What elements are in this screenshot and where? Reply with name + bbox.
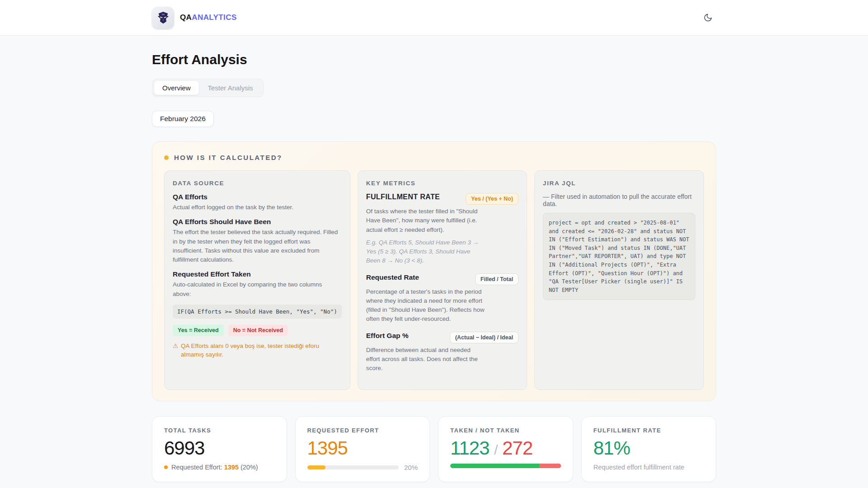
requested-effort-progressbar — [307, 465, 399, 469]
amber-dot-icon — [164, 155, 169, 160]
dark-mode-toggle[interactable] — [700, 9, 716, 26]
autobot-logo-icon — [152, 7, 174, 29]
calc-section-title: HOW IS IT CALCULATED? — [174, 154, 283, 161]
metric-formula-badge: (Actual − Ideal) / Ideal — [450, 332, 519, 343]
tab-overview[interactable]: Overview — [154, 81, 199, 95]
data-source-heading: DATA SOURCE — [173, 180, 342, 187]
key-metrics-panel: KEY METRICS FULFILLMENT RATE Yes / (Yes … — [358, 170, 527, 390]
metric-title: Effort Gap % — [366, 332, 409, 340]
metric-desc: Of tasks where the tester filled in "Sho… — [366, 207, 486, 235]
fulfillment-rate-desc: Requested effort fulfillment rate — [594, 464, 704, 471]
excel-formula-code: IF(QA Efforts >= Should Have Been, "Yes"… — [173, 305, 342, 319]
moon-icon — [703, 13, 712, 22]
warning-icon: ⚠ — [173, 342, 178, 359]
progress-percent-label: 20% — [404, 464, 418, 471]
item-title: QA Efforts Should Have Been — [173, 218, 342, 226]
data-source-item: QA Efforts Actual effort logged on the t… — [173, 193, 342, 212]
stat-label: FULFILLMENT RATE — [594, 427, 704, 434]
stat-label: TOTAL TASKS — [164, 427, 275, 434]
item-title: Requested Effort Taken — [173, 270, 342, 278]
not-taken-bar-segment — [539, 464, 561, 468]
item-desc: Auto-calculated in Excel by comparing th… — [173, 280, 342, 299]
progress-fill — [307, 465, 326, 469]
footer-text: Requested Effort: 1395 (20%) — [171, 464, 258, 471]
total-tasks-value: 6993 — [164, 438, 275, 458]
warning-text: QA Efforts alanı 0 veya boş ise, tester … — [181, 342, 342, 359]
total-tasks-card: TOTAL TASKS 6993 Requested Effort: 1395 … — [152, 416, 287, 482]
brand[interactable]: QAANALYTICS — [152, 7, 237, 29]
metric-formula-badge: Filled / Total — [475, 273, 519, 285]
stats-row: TOTAL TASKS 6993 Requested Effort: 1395 … — [152, 416, 716, 482]
requested-effort-card: REQUESTED EFFORT 1395 20% — [295, 416, 430, 482]
item-title: QA Efforts — [173, 193, 342, 201]
page-title: Effort Analysis — [152, 52, 716, 67]
brand-suffix: ANALYTICS — [192, 13, 236, 22]
no-not-received-badge: No = Not Received — [228, 324, 288, 336]
yes-received-badge: Yes = Received — [173, 324, 224, 336]
item-desc: Actual effort logged on the task by the … — [173, 203, 342, 212]
metric-title: Requested Rate — [366, 273, 419, 282]
item-desc: The effort the tester believed the task … — [173, 228, 342, 264]
data-source-item: Requested Effort Taken Auto-calculated i… — [173, 270, 342, 299]
stat-footer: Requested Effort: 1395 (20%) — [164, 464, 275, 471]
data-source-panel: DATA SOURCE QA Efforts Actual effort log… — [164, 170, 350, 390]
metric-fulfillment-rate: FULFILLMENT RATE Yes / (Yes + No) Of tas… — [366, 193, 519, 266]
jql-note: — Filter used in automation to pull the … — [543, 193, 695, 207]
orange-dot-icon — [164, 465, 168, 469]
metric-effort-gap: Effort Gap % (Actual − Ideal) / Ideal Di… — [366, 332, 519, 373]
metric-example: E.g. QA Efforts 5, Should Have Been 3 → … — [366, 238, 479, 266]
stat-label: REQUESTED EFFORT — [307, 427, 418, 434]
jira-jql-heading: JIRA JQL — [543, 180, 695, 187]
stat-label: TAKEN / NOT TAKEN — [450, 427, 561, 434]
metric-title: FULFILLMENT RATE — [366, 193, 440, 201]
app-header: QAANALYTICS — [0, 0, 868, 36]
fulfillment-rate-card: FULFILLMENT RATE 81% Requested effort fu… — [581, 416, 717, 482]
metric-formula-badge: Yes / (Yes + No) — [466, 193, 519, 205]
brand-title: QAANALYTICS — [180, 13, 237, 22]
taken-not-taken-card: TAKEN / NOT TAKEN 1123 / 272 — [438, 416, 573, 482]
warning-note: ⚠ QA Efforts alanı 0 veya boş ise, teste… — [173, 342, 342, 359]
taken-split-bar — [450, 464, 561, 468]
jira-jql-panel: JIRA JQL — Filter used in automation to … — [534, 170, 704, 390]
data-source-item: QA Efforts Should Have Been The effort t… — [173, 218, 342, 264]
metric-desc: Difference between actual and needed eff… — [366, 346, 486, 373]
how-calculated-card: HOW IS IT CALCULATED? DATA SOURCE QA Eff… — [152, 141, 716, 401]
taken-not-taken-value: 1123 / 272 — [450, 438, 561, 458]
key-metrics-heading: KEY METRICS — [366, 180, 519, 187]
metric-requested-rate: Requested Rate Filled / Total Percentage… — [366, 273, 519, 324]
fulfillment-rate-value: 81% — [594, 438, 704, 458]
jql-code: project = opt and created > "2025-08-01"… — [543, 213, 695, 300]
taken-bar-segment — [450, 464, 539, 468]
requested-effort-value: 1395 — [307, 438, 418, 458]
brand-prefix: QA — [180, 13, 192, 22]
view-tabs: Overview Tester Analysis — [152, 79, 264, 97]
metric-desc: Percentage of a tester's tasks in the pe… — [366, 287, 486, 324]
tab-tester-analysis[interactable]: Tester Analysis — [200, 81, 261, 95]
month-selector[interactable]: February 2026 — [152, 111, 214, 127]
